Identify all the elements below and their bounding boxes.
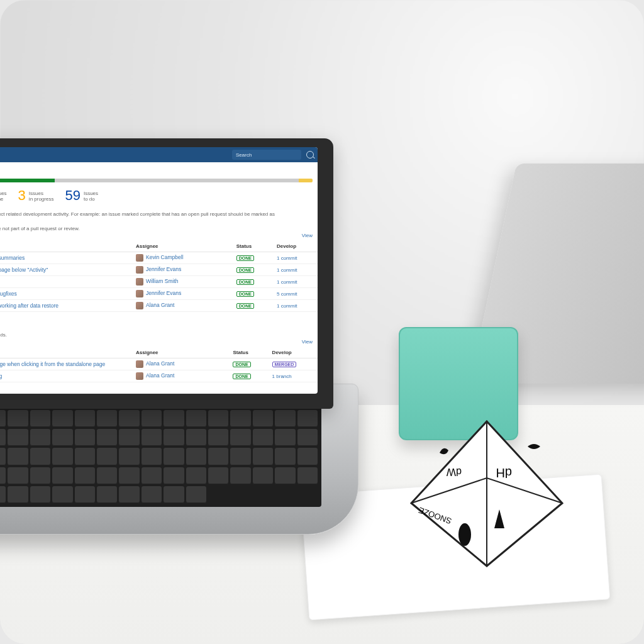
issue-status: DONE (229, 370, 268, 382)
issue-development[interactable]: 1 commit (273, 276, 318, 288)
summary-inprog-count: 3 (18, 189, 26, 203)
issue-assignee[interactable]: Kevin Campbell (132, 252, 233, 264)
issue-development[interactable]: 1 commit (273, 264, 318, 276)
app-screen: Search ase Notes 20 Issuesdone 3 Issuesi… (0, 147, 318, 394)
table-row[interactable]: xing is not working after data restoreAl… (0, 300, 318, 312)
col-assignee: Assignee (132, 347, 229, 358)
avatar (136, 360, 143, 368)
svg-point-3 (458, 523, 471, 546)
issue-status: DONE (233, 300, 273, 312)
issue-title[interactable]: ached dev summaries (0, 252, 132, 264)
issue-development[interactable]: 1 branch (269, 370, 318, 382)
issue-status: DONE (229, 358, 268, 370)
col-status: Status (229, 347, 268, 358)
col-status: Status (233, 241, 273, 252)
issue-assignee[interactable]: Alana Grant (132, 370, 229, 382)
col-development: Develop (273, 241, 318, 252)
section1-view-link[interactable]: View (302, 233, 313, 238)
avatar (136, 254, 143, 262)
issue-status: DONE (233, 264, 273, 276)
section2-view-link[interactable]: View (302, 339, 313, 345)
issues-table-2: Assignee Status Develop in a new page wh… (0, 347, 318, 382)
avatar (136, 372, 143, 380)
issue-summary: 20 Issuesdone 3 Issuesin progress 59 Iss… (0, 185, 318, 209)
issue-assignee[interactable]: Alana Grant (132, 358, 229, 370)
timer-dice-prop: dH dW SNOOZE (405, 409, 569, 572)
svg-text:dH: dH (496, 466, 512, 480)
avatar (136, 266, 143, 274)
issue-status: DONE (233, 288, 273, 300)
issue-title[interactable]: ch for TIS bugfixes (0, 288, 132, 300)
section2-desc: e failing builds. (0, 326, 318, 339)
progress-done (0, 179, 55, 182)
issue-assignee[interactable]: Alana Grant (132, 300, 233, 312)
summary-todo[interactable]: 59 Issuesto do (65, 189, 98, 203)
app-topbar: Search (0, 147, 318, 162)
issue-status: DONE (233, 276, 273, 288)
issue-development[interactable]: 5 commit (273, 288, 318, 300)
issue-status: DONE (233, 252, 273, 264)
avatar (136, 278, 143, 286)
issue-title[interactable]: xing is not working after data restore (0, 300, 132, 312)
warning-note: doesn't reflect related development acti… (0, 209, 318, 219)
issue-development[interactable]: 1 commit (273, 252, 318, 264)
progress-open (55, 179, 299, 182)
progress-bar (0, 179, 313, 182)
search-placeholder: Search (236, 152, 252, 158)
table-row[interactable]: ch for TIS bugfixesJennifer EvansDONE5 c… (0, 288, 318, 300)
laptop: Search ase Notes 20 Issuesdone 3 Issuesi… (0, 138, 371, 528)
summary-inprogress[interactable]: 3 Issuesin progress (18, 189, 54, 203)
issue-title[interactable]: in a new page when clicking it from the … (0, 358, 132, 370)
issue-development[interactable]: 1 commit (273, 300, 318, 312)
summary-todo-count: 59 (65, 189, 80, 203)
issue-title[interactable]: ot displaying (0, 370, 132, 382)
table-row[interactable]: view issue page below "Activity"Jennifer… (0, 264, 318, 276)
table-row[interactable]: into releaseWilliam SmithDONE1 commit (0, 276, 318, 288)
breadcrumb: ase Notes (0, 162, 318, 176)
issue-title[interactable]: view issue page below "Activity" (0, 264, 132, 276)
svg-text:dW: dW (446, 467, 462, 477)
issue-title[interactable]: into release (0, 276, 132, 288)
laptop-keyboard (0, 406, 321, 507)
summary-done[interactable]: 20 Issuesdone (0, 189, 7, 203)
issue-assignee[interactable]: William Smith (132, 276, 233, 288)
table-row[interactable]: ached dev summariesKevin CampbellDONE1 c… (0, 252, 318, 264)
issue-assignee[interactable]: Jennifer Evans (132, 264, 233, 276)
issue-development[interactable]: MERGED (269, 358, 318, 370)
avatar (136, 302, 143, 309)
table-row[interactable]: ot displayingAlana GrantDONE1 branch (0, 370, 318, 382)
section1-desc: commits are not part of a pull request o… (0, 219, 318, 233)
table-row[interactable]: in a new page when clicking it from the … (0, 358, 318, 370)
avatar (136, 290, 143, 297)
search-input[interactable]: Search (232, 150, 301, 160)
issues-table-1: Assignee Status Develop ached dev summar… (0, 241, 318, 312)
col-development: Develop (269, 347, 318, 358)
issue-assignee[interactable]: Jennifer Evans (132, 288, 233, 300)
col-assignee: Assignee (132, 241, 233, 252)
search-icon[interactable] (306, 151, 314, 158)
